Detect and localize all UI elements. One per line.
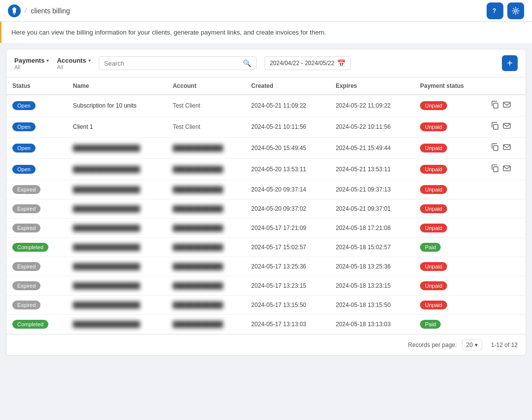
status-cell: Completed — [6, 238, 67, 257]
svg-point-1 — [14, 13, 15, 14]
status-badge: Expired — [12, 204, 40, 213]
expires-cell: 2024-05-18 13:15:50 — [330, 296, 414, 315]
actions-cell — [485, 95, 526, 116]
table-row: Open Client 1 Test Client 2024-05-21 10:… — [6, 116, 526, 138]
account-cell: ████████████ — [167, 257, 245, 276]
payment-status-cell: Unpaid — [414, 159, 484, 180]
row-actions — [491, 100, 520, 111]
copy-icon[interactable] — [491, 164, 499, 175]
status-cell: Expired — [6, 219, 67, 238]
name-cell: ████████████████ — [67, 138, 167, 159]
payment-badge: Paid — [420, 320, 441, 329]
payment-badge: Paid — [420, 243, 441, 252]
payment-badge: Unpaid — [420, 301, 447, 309]
account-cell: ████████████ — [167, 219, 245, 238]
expires-cell: 2024-05-21 09:37:01 — [330, 199, 414, 219]
account-cell: ████████████ — [167, 315, 245, 334]
row-actions — [491, 164, 520, 175]
payment-status-cell: Unpaid — [414, 95, 484, 116]
records-per-page-label: Records per page: — [408, 342, 457, 348]
table-row: Expired ████████████████ ████████████ 20… — [6, 296, 526, 315]
payments-chevron-icon: ▾ — [46, 58, 49, 63]
status-cell: Expired — [6, 180, 67, 199]
expires-cell: 2024-05-18 17:21:08 — [330, 219, 414, 238]
accounts-chevron-icon: ▾ — [88, 58, 91, 63]
svg-rect-6 — [494, 124, 498, 129]
add-button[interactable]: + — [502, 55, 518, 71]
table-row: Expired ████████████████ ████████████ 20… — [6, 257, 526, 276]
col-status: Status — [6, 77, 67, 95]
search-box[interactable]: 🔍 — [99, 56, 257, 70]
svg-text:?: ? — [493, 7, 496, 14]
name-cell: ████████████████ — [67, 276, 167, 296]
table-row: Expired ████████████████ ████████████ 20… — [6, 180, 526, 199]
actions-cell — [485, 276, 526, 296]
account-cell: ████████████ — [167, 138, 245, 159]
status-cell: Open — [6, 116, 67, 138]
copy-icon[interactable] — [491, 121, 499, 132]
actions-cell — [485, 238, 526, 257]
copy-icon[interactable] — [491, 100, 499, 111]
svg-rect-8 — [494, 146, 498, 151]
search-input[interactable] — [104, 60, 243, 67]
created-cell: 2024-05-17 13:15:50 — [245, 296, 330, 315]
date-range-filter[interactable]: 2024/04/22 - 2024/05/22 📅 — [265, 56, 351, 70]
pagination-info: 1-12 of 12 — [491, 342, 518, 348]
expires-cell: 2024-05-21 13:53:11 — [330, 159, 414, 180]
email-icon[interactable] — [502, 121, 511, 132]
name-cell: ████████████████ — [67, 315, 167, 334]
col-account: Account — [167, 77, 245, 95]
table-row: Completed ████████████████ ████████████ … — [6, 238, 526, 257]
email-icon[interactable] — [502, 143, 511, 153]
status-cell: Completed — [6, 315, 67, 334]
accounts-filter[interactable]: Accounts ▾ All — [57, 57, 90, 70]
email-icon[interactable] — [502, 100, 511, 111]
payment-status-cell: Unpaid — [414, 199, 484, 219]
help-button[interactable]: ? — [487, 2, 503, 19]
settings-button[interactable] — [507, 2, 524, 19]
logo-icon — [8, 4, 21, 17]
svg-rect-4 — [494, 103, 498, 108]
records-per-page-selector[interactable]: 20 ▾ — [462, 340, 482, 350]
table-row: Expired ████████████████ ████████████ 20… — [6, 219, 526, 238]
status-badge: Completed — [12, 320, 48, 329]
status-badge: Expired — [12, 262, 40, 271]
billing-table: Status Name Account Created Expires Paym… — [6, 77, 526, 334]
actions-cell — [485, 138, 526, 159]
payment-status-cell: Unpaid — [414, 219, 484, 238]
account-cell: Test Client — [167, 95, 245, 116]
actions-cell — [485, 116, 526, 138]
email-icon[interactable] — [502, 164, 511, 175]
payment-badge: Unpaid — [420, 185, 447, 194]
payment-status-cell: Unpaid — [414, 257, 484, 276]
payments-filter[interactable]: Payments ▾ All — [14, 57, 49, 70]
expires-cell: 2024-05-18 13:23:15 — [330, 276, 414, 296]
top-bar-left: / clients billing — [8, 4, 70, 17]
info-banner: Here you can view the billing informatio… — [0, 22, 532, 43]
copy-icon[interactable] — [491, 143, 499, 153]
payment-status-cell: Unpaid — [414, 276, 484, 296]
expires-cell: 2024-05-21 15:49:44 — [330, 138, 414, 159]
row-actions — [491, 143, 520, 153]
expires-cell: 2024-05-21 09:37:13 — [330, 180, 414, 199]
svg-rect-5 — [503, 102, 510, 107]
top-bar: / clients billing ? — [0, 0, 532, 22]
name-cell: Client 1 — [67, 116, 167, 138]
status-cell: Expired — [6, 276, 67, 296]
status-badge: Open — [12, 101, 36, 110]
created-cell: 2024-05-20 09:37:02 — [245, 199, 330, 219]
created-cell: 2024-05-20 15:49:45 — [245, 138, 330, 159]
account-cell: ████████████ — [167, 238, 245, 257]
records-chevron-icon: ▾ — [475, 342, 478, 348]
status-cell: Expired — [6, 257, 67, 276]
breadcrumb-separator: / — [25, 6, 27, 15]
account-cell: Test Client — [167, 116, 245, 138]
name-cell: ████████████████ — [67, 296, 167, 315]
expires-cell: 2024-05-22 10:11:56 — [330, 116, 414, 138]
payment-badge: Unpaid — [420, 122, 447, 131]
created-cell: 2024-05-17 17:21:09 — [245, 219, 330, 238]
table-row: Expired ████████████████ ████████████ 20… — [6, 276, 526, 296]
name-cell: ████████████████ — [67, 257, 167, 276]
status-badge: Expired — [12, 224, 40, 232]
expires-cell: 2024-05-18 15:02:57 — [330, 238, 414, 257]
